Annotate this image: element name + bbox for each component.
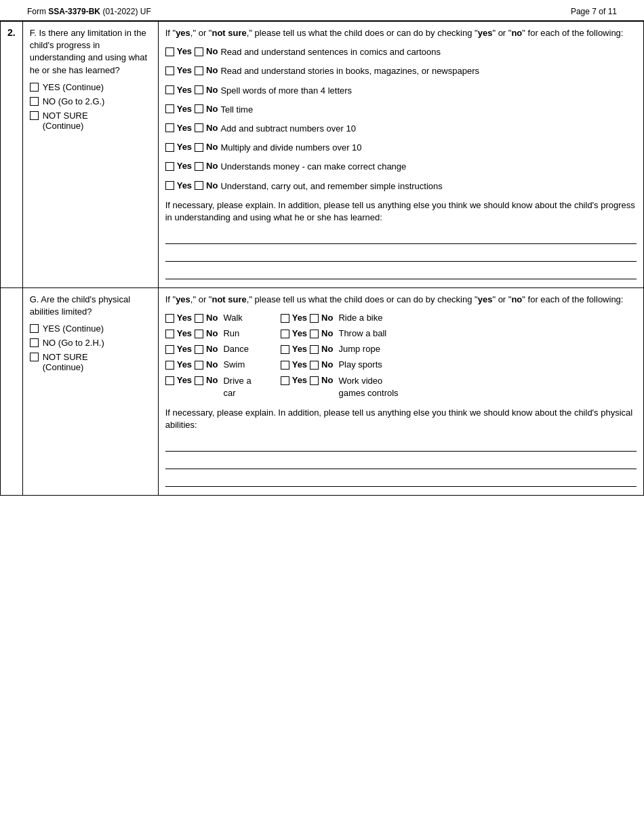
g-item5-right: Yes No Work videogames controls [281,375,637,399]
g-item2-no-cb[interactable] [195,330,203,338]
f-option-no-label: NO (Go to 2.G.) [43,96,105,106]
f-item4-yes-pair: Yes [165,104,192,114]
f-item7-yes-label: Yes [177,161,192,171]
g-item1-no-label: No [206,313,218,323]
section-g-left: G. Are the child's physical abilities li… [22,288,158,496]
g-item3-yes-cb[interactable] [165,345,174,354]
g-item4-yes-cb[interactable] [165,361,174,370]
g-item3r-no-cb[interactable] [310,345,319,354]
g-checkbox-no[interactable] [30,338,39,347]
g-write-line-2[interactable] [165,454,637,469]
f-item5-no-pair: No [195,123,218,133]
g-item5r-no-cb[interactable] [310,376,319,385]
f-item6-yes-label: Yes [177,142,192,152]
g-item3r-yes-cb[interactable] [281,345,289,354]
g-checkbox-yes[interactable] [30,324,39,333]
g-item4r-yes-cb[interactable] [281,361,289,370]
f-item5-yes-pair: Yes [165,123,192,133]
f-item4-desc: Tell time [220,104,637,116]
f-item8-desc: Understand, carry out, and remember simp… [220,180,637,193]
f-item-7: Yes No Understands money - can make corr… [165,161,637,173]
g-write-line-3[interactable] [165,472,637,487]
g-item3-no-cb[interactable] [195,345,203,354]
g-item5-yes-cb[interactable] [165,376,174,385]
f-write-line-2[interactable] [165,247,637,262]
f-item8-no-pair: No [195,180,218,191]
g-item5r-no-label: No [321,375,333,385]
f-item2-yes-checkbox[interactable] [165,66,174,75]
g-item2r-yes-cb[interactable] [281,330,289,338]
g-item5-no-cb[interactable] [195,376,203,385]
f-item3-no-label: No [206,85,218,95]
f-item7-no-checkbox[interactable] [195,162,203,171]
f-item1-yes-checkbox[interactable] [165,47,174,56]
g-write-line-1[interactable] [165,437,637,452]
f-item7-desc: Understands money - can make correct cha… [220,161,637,173]
f-item3-yes-label: Yes [177,85,192,95]
question-number: 2. [1,22,23,288]
section-f-row: 2. F. Is there any limitation in the chi… [1,22,644,288]
g-item1r-no-label: No [321,313,333,323]
f-item1-no-checkbox[interactable] [195,47,203,56]
f-item4-no-checkbox[interactable] [195,104,203,113]
f-checkbox-notsure[interactable] [30,111,39,120]
g-item4-left: Yes No Swim [165,359,281,370]
f-item8-yes-checkbox[interactable] [165,181,174,190]
g-item5-desc-right: Work videogames controls [338,375,398,399]
f-item2-yes-label: Yes [177,65,192,75]
g-item2-desc-right: Throw a ball [338,328,386,338]
f-item5-no-checkbox[interactable] [195,123,203,132]
g-item4r-no-cb[interactable] [310,361,319,370]
f-item5-yes-label: Yes [177,123,192,133]
g-item1r-no-cb[interactable] [310,314,319,323]
f-item4-yes-checkbox[interactable] [165,104,174,113]
f-item5-no-label: No [206,123,218,133]
g-item2-yes-label: Yes [177,328,192,338]
g-checkbox-notsure[interactable] [30,353,39,361]
g-item1-yes-label: Yes [177,313,192,323]
g-item2r-no-cb[interactable] [310,330,319,338]
f-item3-no-checkbox[interactable] [195,85,203,94]
g-item4-no-cb[interactable] [195,361,203,370]
g-option-notsure-label: NOT SURE(Continue) [43,352,88,372]
f-item2-desc: Read and understand stories in books, ma… [220,65,637,77]
f-item-6: Yes No Multiply and divide numbers over … [165,142,637,154]
f-checkbox-yes[interactable] [30,83,39,92]
f-write-line-1[interactable] [165,229,637,244]
f-option-yes: YES (Continue) [30,82,151,92]
g-item1r-yes-cb[interactable] [281,314,289,323]
f-item6-yes-checkbox[interactable] [165,143,174,152]
g-item4-no-label: No [206,359,218,370]
g-item2-desc-left: Run [223,328,270,338]
f-intro-yes: yes [176,28,190,38]
section-f-title: F. Is there any limitation in the child'… [30,27,151,77]
f-checkbox-no[interactable] [30,97,39,106]
f-write-line-3[interactable] [165,264,637,279]
f-item6-no-checkbox[interactable] [195,143,203,152]
f-intro-notsure: not sure [212,28,246,38]
g-intro-yes: yes [176,294,190,304]
section-g-num [1,288,23,496]
g-item-2: Yes No Run Yes No Throw a ball [165,328,637,338]
f-item7-no-pair: No [195,161,218,171]
f-item2-no-checkbox[interactable] [195,66,203,75]
g-item3r-yes-label: Yes [292,344,307,354]
f-item7-yes-checkbox[interactable] [165,162,174,171]
g-item2-right: Yes No Throw a ball [281,328,637,338]
g-item2-no-label: No [206,328,218,338]
g-option-no: NO (Go to 2.H.) [30,338,151,348]
g-item5r-yes-cb[interactable] [281,376,289,385]
g-item1-no-cb[interactable] [195,314,203,323]
f-item3-yes-checkbox[interactable] [165,85,174,94]
f-item5-yes-checkbox[interactable] [165,123,174,132]
g-item2-yes-cb[interactable] [165,330,174,338]
g-item4r-no-label: No [321,359,333,370]
f-item6-desc: Multiply and divide numbers over 10 [220,142,637,154]
g-item1-yes-cb[interactable] [165,314,174,323]
f-item8-no-label: No [206,180,218,191]
f-item1-no-label: No [206,46,218,56]
f-item3-yes-pair: Yes [165,85,192,95]
g-option-yes-label: YES (Continue) [43,323,104,334]
f-item8-no-checkbox[interactable] [195,181,203,190]
g-item3-yes-label: Yes [177,344,192,354]
